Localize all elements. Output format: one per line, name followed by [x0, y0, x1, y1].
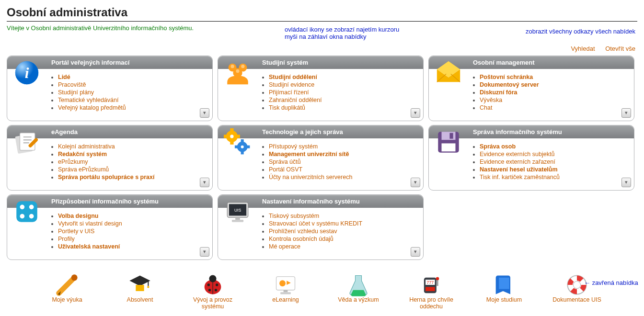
svg-point-15 — [236, 69, 239, 73]
list-item-link[interactable]: Lidé — [58, 74, 70, 80]
expand-icon[interactable]: ▾ — [200, 178, 209, 187]
list-item[interactable]: Kontrola osobních údajů — [269, 236, 416, 242]
list-item-link[interactable]: Pracoviště — [58, 81, 86, 88]
expand-icon[interactable]: ▾ — [411, 247, 420, 257]
list-item-link[interactable]: Nastavení hesel uživatelům — [480, 166, 558, 173]
menu-absolvent[interactable]: Absolvent — [114, 272, 166, 310]
list-item[interactable]: Uživatelská nastavení — [58, 243, 206, 250]
expand-icon[interactable]: ▾ — [621, 108, 631, 118]
list-item-link[interactable]: Kolejní administrativa — [58, 143, 115, 150]
list-item-link[interactable]: Správa ePrůzkumů — [58, 166, 109, 173]
list-item[interactable]: Poštovní schránka — [480, 74, 627, 80]
list-item-link[interactable]: Správa účtů — [269, 158, 301, 165]
list-item[interactable]: Správa osob — [480, 143, 627, 150]
list-item[interactable]: Chat — [480, 104, 627, 111]
list-item-link[interactable]: Mé operace — [269, 243, 300, 250]
list-item[interactable]: Studijní evidence — [269, 81, 416, 88]
list-item-link[interactable]: Tisk duplikátů — [269, 104, 305, 111]
list-item[interactable]: Správa portálu spolupráce s praxí — [58, 174, 206, 181]
list-item[interactable]: Diskuzní fóra — [480, 89, 627, 96]
list-item-link[interactable]: Studijní oddělení — [269, 74, 317, 80]
list-item-link[interactable]: Kontrola osobních údajů — [269, 236, 334, 242]
list-item[interactable]: Profily — [58, 236, 206, 242]
menu-vyvoj[interactable]: Vývoj a provoz systému — [186, 272, 239, 310]
menu-elearning[interactable]: eLearning — [259, 272, 312, 310]
open-all-link[interactable]: Otevřít vše — [605, 45, 635, 52]
list-item[interactable]: Tisk duplikátů — [269, 104, 416, 111]
list-item[interactable]: Správa účtů — [269, 158, 416, 165]
list-item-link[interactable]: Studijní plány — [58, 89, 94, 96]
list-item-link[interactable]: Správa portálu spolupráce s praxí — [58, 174, 154, 181]
list-item[interactable]: Evidence externích subjektů — [480, 151, 627, 158]
list-item-link[interactable]: Vytvořit si vlastní design — [58, 220, 122, 227]
list-item[interactable]: Tematické vyhledávání — [58, 97, 206, 103]
list-item-link[interactable]: Portál OSVT — [269, 166, 302, 173]
list-item-link[interactable]: Správa osob — [480, 143, 516, 150]
list-item-link[interactable]: Vývěska — [480, 97, 502, 103]
list-item[interactable]: Volba designu — [58, 213, 206, 219]
list-item-link[interactable]: Dokumentový server — [480, 81, 539, 88]
list-item-link[interactable]: Management univerzitní sítě — [269, 151, 349, 158]
menu-moje-vyuka[interactable]: Moje výuka — [41, 272, 93, 310]
expand-icon[interactable]: ▾ — [411, 108, 420, 118]
list-item[interactable]: Nastavení hesel uživatelům — [480, 166, 627, 173]
list-item[interactable]: Přijímací řízení — [269, 89, 416, 96]
list-item-link[interactable]: Účty na univerzitních serverech — [269, 174, 352, 181]
list-item[interactable]: Dokumentový server — [480, 81, 627, 88]
list-item-link[interactable]: Diskuzní fóra — [480, 89, 518, 96]
list-item[interactable]: Pracoviště — [58, 81, 206, 88]
list-item[interactable]: Studijní oddělení — [269, 74, 416, 80]
list-item[interactable]: Redakční systém — [58, 151, 206, 158]
list-item[interactable]: Portlety v UIS — [58, 228, 206, 235]
list-item[interactable]: Management univerzitní sítě — [269, 151, 416, 158]
list-item-link[interactable]: Volba designu — [58, 213, 99, 219]
list-item[interactable]: Zahraniční oddělení — [269, 97, 416, 103]
list-item[interactable]: Kolejní administrativa — [58, 143, 206, 150]
list-item[interactable]: Portál OSVT — [269, 166, 416, 173]
expand-icon[interactable]: ▾ — [200, 108, 209, 118]
list-item-link[interactable]: Veřejný katalog předmětů — [58, 104, 126, 111]
list-item[interactable]: Mé operace — [269, 243, 416, 250]
list-item[interactable]: Studijní plány — [58, 89, 206, 96]
menu-dokumentace[interactable]: Dokumentace UIS ← zavřená nabídka — [551, 272, 603, 310]
list-item-link[interactable]: Poštovní schránka — [480, 74, 533, 80]
list-item-link[interactable]: Portlety v UIS — [58, 228, 94, 235]
list-item[interactable]: Vytvořit si vlastní design — [58, 220, 206, 227]
list-item[interactable]: Přístupový systém — [269, 143, 416, 150]
list-item-link[interactable]: Tematické vyhledávání — [58, 97, 118, 103]
list-item-link[interactable]: Prohlížení vzhledu sestav — [269, 228, 337, 235]
expand-icon[interactable]: ▾ — [200, 247, 209, 257]
expand-icon[interactable]: ▾ — [621, 178, 631, 187]
menu-moje-studium[interactable]: Moje studium — [478, 272, 530, 310]
search-link[interactable]: Vyhledat — [571, 45, 595, 52]
list-item-link[interactable]: Stravovací účet v systému KREDIT — [269, 220, 362, 227]
list-item-link[interactable]: Zahraniční oddělení — [269, 97, 322, 103]
list-item[interactable]: Tiskový subsystém — [269, 213, 416, 219]
list-item-link[interactable]: Tiskový subsystém — [269, 213, 319, 219]
panel-sprava: Správa informačního systému Správa osobE… — [428, 125, 634, 191]
list-item[interactable]: Veřejný katalog předmětů — [58, 104, 206, 111]
list-item[interactable]: Vývěska — [480, 97, 627, 103]
list-item-link[interactable]: Uživatelská nastavení — [58, 243, 120, 250]
list-item[interactable]: Správa ePrůzkumů — [58, 166, 206, 173]
list-item-link[interactable]: Studijní evidence — [269, 81, 314, 88]
list-item[interactable]: Evidence externích zařazení — [480, 158, 627, 165]
expand-icon[interactable]: ▾ — [411, 178, 420, 187]
list-item[interactable]: Tisk inf. kartiček zaměstnanců — [480, 174, 627, 181]
list-item-link[interactable]: Evidence externích subjektů — [480, 151, 554, 158]
list-item-link[interactable]: Chat — [480, 104, 492, 111]
list-item-link[interactable]: Přístupový systém — [269, 143, 318, 150]
list-item-link[interactable]: Redakční systém — [58, 151, 107, 158]
list-item-link[interactable]: Profily — [58, 236, 75, 242]
menu-herna[interactable]: 777 Herna pro chvíle oddechu — [405, 272, 458, 310]
list-item-link[interactable]: Evidence externích zařazení — [480, 158, 555, 165]
list-item[interactable]: Stravovací účet v systému KREDIT — [269, 220, 416, 227]
list-item[interactable]: Účty na univerzitních serverech — [269, 174, 416, 181]
list-item[interactable]: Prohlížení vzhledu sestav — [269, 228, 416, 235]
list-item[interactable]: Lidé — [58, 74, 206, 80]
list-item[interactable]: ePrůzkumy — [58, 158, 206, 165]
list-item-link[interactable]: Tisk inf. kartiček zaměstnanců — [480, 174, 560, 181]
list-item-link[interactable]: ePrůzkumy — [58, 158, 88, 165]
menu-veda[interactable]: Věda a výzkum — [332, 272, 385, 310]
list-item-link[interactable]: Přijímací řízení — [269, 89, 309, 96]
